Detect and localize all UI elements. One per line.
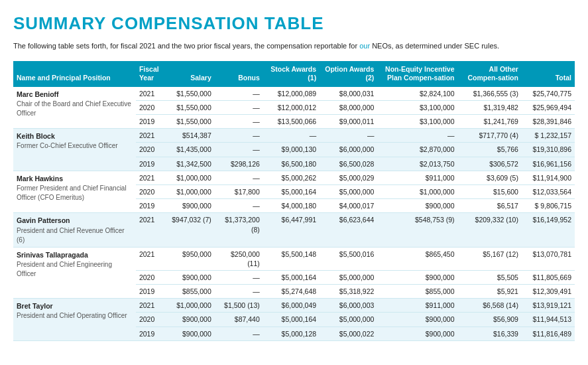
col-header-stock: Stock Awards (1) bbox=[263, 61, 320, 87]
compensation-table: Name and Principal Position Fiscal Year … bbox=[13, 61, 575, 341]
year-cell: 2021 bbox=[136, 299, 168, 313]
stock-cell: $6,500,180 bbox=[263, 157, 320, 171]
stock-cell: $5,000,164 bbox=[263, 313, 320, 327]
col-header-other: All Other Compen-sation bbox=[458, 61, 522, 87]
noneq-cell: $900,000 bbox=[377, 270, 457, 284]
salary-cell: $900,000 bbox=[168, 313, 215, 327]
bonus-cell: — bbox=[215, 270, 263, 284]
col-header-fiscal: Fiscal Year bbox=[136, 61, 168, 87]
year-cell: 2020 bbox=[136, 313, 168, 327]
option-cell: $5,000,000 bbox=[320, 184, 377, 198]
stock-cell: $12,000,012 bbox=[263, 100, 320, 114]
stock-cell: $5,500,148 bbox=[263, 247, 320, 270]
bonus-cell: $250,000 (11) bbox=[215, 247, 263, 270]
bonus-cell: $87,440 bbox=[215, 313, 263, 327]
bonus-cell: — bbox=[215, 199, 263, 213]
year-cell: 2020 bbox=[136, 143, 168, 157]
person-title: Former President and Chief Financial Off… bbox=[17, 184, 127, 202]
stock-cell: $5,000,164 bbox=[263, 270, 320, 284]
year-cell: 2020 bbox=[136, 270, 168, 284]
total-cell: $11,816,489 bbox=[522, 327, 575, 340]
total-cell: $ 9,806,715 bbox=[522, 199, 575, 213]
stock-cell: $5,000,128 bbox=[263, 327, 320, 340]
person-title: President and Chief Revenue Officer (6) bbox=[17, 227, 125, 244]
noneq-cell: $900,000 bbox=[377, 199, 457, 213]
table-row: Bret TaylorPresident and Chief Operating… bbox=[13, 299, 575, 313]
noneq-cell: $3,100,000 bbox=[377, 100, 457, 114]
noneq-cell: $900,000 bbox=[377, 313, 457, 327]
total-cell: $13,919,121 bbox=[522, 299, 575, 313]
salary-cell: $900,000 bbox=[168, 327, 215, 340]
stock-cell: $5,274,648 bbox=[263, 285, 320, 299]
salary-cell: $1,000,000 bbox=[168, 171, 215, 184]
person-name-cell: Mark HawkinsFormer President and Chief F… bbox=[13, 171, 136, 213]
noneq-cell: $911,000 bbox=[377, 299, 457, 313]
salary-cell: $855,000 bbox=[168, 285, 215, 299]
other-cell: $1,241,769 bbox=[458, 115, 522, 129]
year-cell: 2019 bbox=[136, 327, 168, 340]
noneq-cell: $900,000 bbox=[377, 327, 457, 340]
other-cell: $5,167 (12) bbox=[458, 247, 522, 270]
bonus-cell: — bbox=[215, 129, 263, 143]
total-cell: $28,391,846 bbox=[522, 115, 575, 129]
noneq-cell: $2,870,000 bbox=[377, 143, 457, 157]
salary-cell: $950,000 bbox=[168, 247, 215, 270]
salary-cell: $900,000 bbox=[168, 199, 215, 213]
bonus-cell: — bbox=[215, 171, 263, 184]
stock-cell: $6,000,049 bbox=[263, 299, 320, 313]
salary-cell: $1,435,000 bbox=[168, 143, 215, 157]
noneq-cell: $548,753 (9) bbox=[377, 213, 457, 247]
bonus-cell: — bbox=[215, 115, 263, 129]
other-cell: $209,332 (10) bbox=[458, 213, 522, 247]
salary-cell: $1,000,000 bbox=[168, 299, 215, 313]
intro-text: The following table sets forth, for fisc… bbox=[13, 40, 575, 52]
person-name: Marc Benioff bbox=[17, 90, 59, 98]
table-row: Srinivas TallapragadaPresident and Chief… bbox=[13, 247, 575, 270]
col-header-bonus: Bonus bbox=[215, 61, 263, 87]
year-cell: 2020 bbox=[136, 184, 168, 198]
bonus-cell: $17,800 bbox=[215, 184, 263, 198]
year-cell: 2020 bbox=[136, 100, 168, 114]
bonus-cell: — bbox=[215, 327, 263, 340]
person-name-cell: Keith BlockFormer Co-Chief Executive Off… bbox=[13, 129, 136, 171]
stock-cell: $5,000,164 bbox=[263, 184, 320, 198]
person-name-cell: Marc BenioffChair of the Board and Chief… bbox=[13, 87, 136, 129]
option-cell: $6,000,000 bbox=[320, 143, 377, 157]
col-header-option: Option Awards (2) bbox=[320, 61, 377, 87]
option-cell: $9,000,011 bbox=[320, 115, 377, 129]
other-cell: $717,770 (4) bbox=[458, 129, 522, 143]
noneq-cell: $3,100,000 bbox=[377, 115, 457, 129]
salary-cell: $1,000,000 bbox=[168, 184, 215, 198]
year-cell: 2019 bbox=[136, 199, 168, 213]
noneq-cell: $1,000,000 bbox=[377, 184, 457, 198]
year-cell: 2021 bbox=[136, 247, 168, 270]
salary-cell: $1,550,000 bbox=[168, 115, 215, 129]
col-header-total: Total bbox=[522, 61, 575, 87]
option-cell: $6,623,644 bbox=[320, 213, 377, 247]
noneq-cell: $911,000 bbox=[377, 171, 457, 184]
person-name: Mark Hawkins bbox=[17, 175, 63, 183]
stock-cell: $13,500,066 bbox=[263, 115, 320, 129]
person-title: Former Co-Chief Executive Officer bbox=[17, 142, 118, 149]
bonus-cell: — bbox=[215, 285, 263, 299]
total-cell: $19,310,896 bbox=[522, 143, 575, 157]
salary-cell: $947,032 (7) bbox=[168, 213, 215, 247]
option-cell: $6,000,003 bbox=[320, 299, 377, 313]
person-name: Bret Taylor bbox=[17, 302, 53, 310]
option-cell: $5,318,922 bbox=[320, 285, 377, 299]
person-title: President and Chief Operating Officer bbox=[17, 312, 127, 319]
option-cell: $6,500,028 bbox=[320, 157, 377, 171]
year-cell: 2019 bbox=[136, 115, 168, 129]
year-cell: 2019 bbox=[136, 285, 168, 299]
stock-cell: $12,000,089 bbox=[263, 87, 320, 101]
total-cell: $11,944,513 bbox=[522, 313, 575, 327]
person-name-cell: Srinivas TallapragadaPresident and Chief… bbox=[13, 247, 136, 299]
bonus-cell: — bbox=[215, 87, 263, 101]
person-name: Srinivas Tallapragada bbox=[17, 251, 88, 259]
option-cell: $5,000,000 bbox=[320, 270, 377, 284]
other-cell: $56,909 bbox=[458, 313, 522, 327]
salary-cell: $1,550,000 bbox=[168, 100, 215, 114]
year-cell: 2021 bbox=[136, 171, 168, 184]
table-header-row: Name and Principal Position Fiscal Year … bbox=[13, 61, 575, 87]
total-cell: $ 1,232,157 bbox=[522, 129, 575, 143]
